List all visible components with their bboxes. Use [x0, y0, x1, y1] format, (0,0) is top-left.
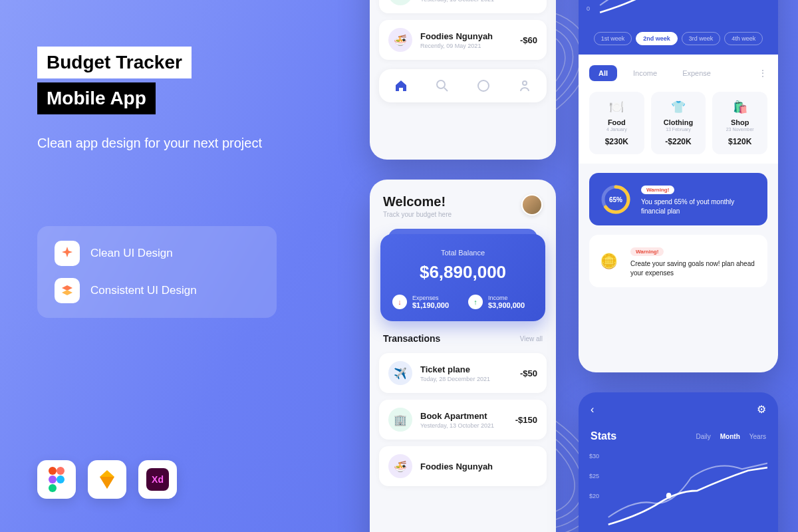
svg-point-11	[57, 475, 65, 483]
transaction-date: Yesterday, 13 October 2021	[420, 422, 507, 429]
category-card[interactable]: 🍽️ Food 4 January $230K	[589, 92, 644, 154]
week-tab[interactable]: 2nd week	[636, 32, 678, 45]
warning-card[interactable]: 65% Warning! You spend 65% of yout month…	[589, 173, 767, 225]
transaction-item[interactable]: 🍜 Foodies Ngunyah Recently, 09 May 2021 …	[379, 20, 547, 60]
category-amount: $230K	[596, 137, 638, 146]
search-icon[interactable]	[435, 78, 450, 93]
category-cards: 🍽️ Food 4 January $230K 👕 Clothing 13 Fe…	[579, 92, 778, 164]
arrow-up-icon: ↑	[468, 295, 483, 309]
food-icon: 🍜	[388, 28, 412, 52]
xd-icon: Xd	[138, 460, 177, 499]
category-amount: -$220K	[658, 137, 700, 146]
transaction-title: Foodies Ngunyah	[420, 462, 537, 471]
balance-card[interactable]: Total Balance $6,890,000 ↓ Expenses $1,1…	[380, 234, 545, 321]
category-name: Clothing	[658, 118, 700, 126]
filter-tab-expense[interactable]: Expense	[673, 65, 720, 81]
gear-icon[interactable]: ⚙	[757, 403, 766, 416]
expenses-label: Expenses	[412, 295, 449, 301]
balance-label: Total Balance	[392, 249, 533, 257]
warning-text: Create your saving goals now! plan ahead…	[630, 259, 757, 278]
expenses-value: $1,190,000	[412, 301, 449, 309]
sketch-icon	[88, 460, 126, 499]
feature-label: Consistent UI Design	[90, 284, 197, 297]
transaction-item[interactable]: 🍜 Foodies Ngunyah	[379, 446, 547, 486]
line-chart	[589, 449, 767, 532]
expenses-stat: ↓ Expenses $1,190,000	[392, 295, 458, 309]
filter-tab-all[interactable]: All	[589, 65, 617, 81]
chat-icon[interactable]	[476, 78, 491, 93]
week-tabs: 1st week 2nd week 3rd week 4th week	[579, 27, 778, 55]
transaction-amount: -$60	[520, 35, 537, 45]
transaction-title: Ticket plane	[420, 364, 512, 374]
income-value: $3,900,000	[488, 301, 525, 309]
stats-tab-years[interactable]: Years	[749, 433, 766, 440]
profile-icon[interactable]	[517, 78, 532, 93]
income-stat: ↑ Income $3,900,000	[468, 295, 533, 309]
y-axis-label: $20	[589, 493, 599, 499]
welcome-title: Welcome!	[383, 194, 452, 209]
transaction-item[interactable]: 🏢 Book Apartment Yesterday, 13 October 2…	[379, 0, 547, 13]
features-card: Clean UI Design Consistent UI Design	[37, 226, 277, 318]
more-icon[interactable]: ⋮	[758, 68, 767, 78]
week-tab[interactable]: 1st week	[594, 32, 632, 45]
bottom-navigation	[379, 69, 547, 102]
transaction-date: Today, 28 December 2021	[420, 376, 512, 382]
transactions-heading: Transactions	[383, 333, 440, 344]
filter-tab-income[interactable]: Income	[624, 65, 666, 81]
category-name: Food	[596, 118, 638, 126]
back-icon[interactable]: ‹	[591, 404, 594, 416]
clothing-category-icon: 👕	[658, 100, 700, 114]
category-date: 13 February	[658, 127, 700, 132]
transaction-title: Foodies Ngunyah	[420, 31, 512, 41]
hero-title-line2: Mobile App	[37, 82, 156, 114]
warning-badge: Warning!	[641, 186, 674, 194]
transaction-title: Book Apartment	[420, 411, 507, 421]
food-icon: 🍜	[388, 454, 412, 478]
food-category-icon: 🍽️	[596, 100, 638, 114]
svg-point-13	[437, 80, 445, 88]
feature-label: Clean UI Design	[90, 247, 173, 260]
feature-item: Clean UI Design	[55, 241, 259, 266]
avatar[interactable]	[521, 194, 543, 215]
week-tab[interactable]: 3rd week	[682, 32, 721, 45]
warning-text: You spend 65% of yout monthly financial …	[641, 198, 757, 216]
stats-tab-daily[interactable]: Daily	[696, 433, 711, 440]
warning-card[interactable]: 🪙 Warning! Create your saving goals now!…	[589, 235, 767, 287]
category-card[interactable]: 🛍️ Shop 23 November $120K	[712, 92, 767, 154]
stats-title: Stats	[591, 430, 616, 442]
transaction-amount: -$50	[520, 368, 537, 378]
progress-percent: 65%	[609, 196, 622, 203]
svg-point-12	[49, 484, 57, 492]
building-icon: 🏢	[388, 0, 412, 5]
arrow-down-icon: ↓	[392, 295, 407, 309]
transaction-amount: -$150	[515, 415, 537, 425]
phone-screen-stats-detail: ‹ ⚙ Stats Daily Month Years $30 $25 $20	[579, 392, 778, 532]
view-all-link[interactable]: View all	[520, 335, 543, 342]
category-date: 23 November	[719, 127, 761, 132]
svg-point-15	[523, 81, 527, 85]
warning-badge: Warning!	[630, 247, 664, 256]
income-label: Income	[488, 295, 525, 301]
figma-icon	[37, 460, 76, 499]
category-card[interactable]: 👕 Clothing 13 February -$220K	[651, 92, 706, 154]
svg-point-8	[49, 467, 57, 475]
week-tab[interactable]: 4th week	[724, 32, 763, 45]
home-icon[interactable]	[394, 78, 408, 93]
transaction-item[interactable]: 🏢 Book Apartment Yesterday, 13 October 2…	[379, 400, 547, 440]
stats-tab-month[interactable]: Month	[720, 433, 740, 440]
hero-subtitle: Clean app design for your next project	[37, 133, 303, 153]
sparkle-icon	[55, 241, 80, 266]
category-date: 4 January	[596, 127, 638, 132]
coins-icon: 🪙	[600, 253, 621, 270]
transaction-date: Yesterday, 13 October 2021	[420, 0, 507, 3]
tool-icons-row: Xd	[37, 460, 177, 499]
svg-point-14	[478, 80, 489, 91]
shop-category-icon: 🛍️	[719, 100, 761, 114]
line-chart: $30 $25 $20 $15 0	[579, 0, 778, 27]
hero-title-line1: Budget Tracker	[37, 47, 192, 78]
balance-amount: $6,890,000	[392, 262, 533, 283]
transaction-item[interactable]: ✈️ Ticket plane Today, 28 December 2021 …	[379, 353, 547, 393]
layers-icon	[55, 278, 80, 303]
feature-item: Consistent UI Design	[55, 278, 259, 303]
building-icon: 🏢	[388, 408, 412, 432]
